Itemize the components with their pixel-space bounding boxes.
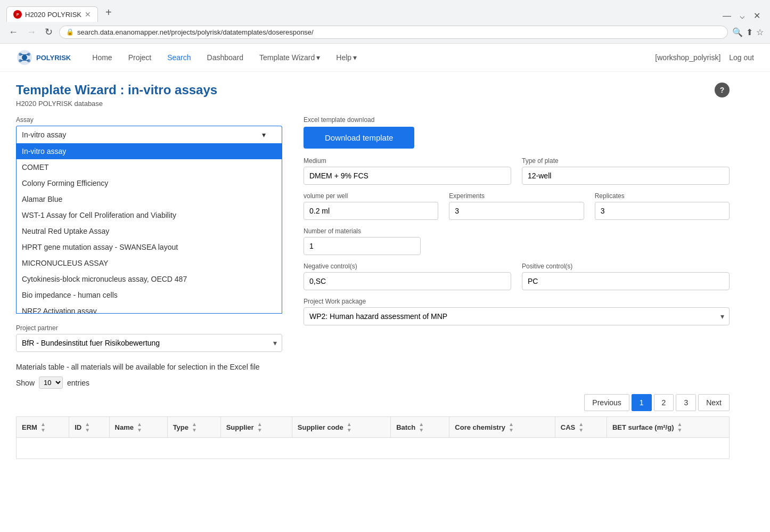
- experiments-input[interactable]: [449, 202, 584, 220]
- assay-option-2[interactable]: Colony Forming Efficiency: [17, 175, 282, 191]
- new-tab-button[interactable]: +: [100, 3, 117, 22]
- sort-supplier-icon: ▲▼: [257, 421, 263, 433]
- col-type[interactable]: Type ▲▼: [167, 417, 220, 438]
- page-2-button[interactable]: 2: [654, 394, 674, 411]
- show-label: Show: [16, 379, 35, 387]
- nav-dashboard[interactable]: Dashboard: [207, 53, 244, 62]
- project-work-package-label: Project Work package: [304, 298, 730, 305]
- download-template-button[interactable]: Download template: [304, 127, 414, 149]
- col-supplier[interactable]: Supplier ▲▼: [220, 417, 292, 438]
- volume-per-well-label: volume per well: [304, 192, 438, 200]
- nav-project[interactable]: Project: [128, 53, 152, 62]
- sort-erm-icon: ▲▼: [40, 421, 46, 433]
- nav-help[interactable]: Help ▾: [336, 53, 357, 62]
- materials-section: Materials table - all materials will be …: [16, 363, 730, 459]
- help-dropdown-icon: ▾: [353, 53, 357, 62]
- assay-label: Assay: [16, 116, 282, 124]
- negative-controls-input[interactable]: [304, 272, 511, 290]
- project-partner-select[interactable]: BfR - Bundesinstitut fuer Risikobewertun…: [16, 334, 282, 352]
- assay-dropdown-display[interactable]: In-vitro assay ▾: [16, 126, 282, 143]
- maximize-button[interactable]: ⌵: [736, 10, 748, 22]
- negative-controls-label: Negative control(s): [304, 263, 511, 270]
- nav-user[interactable]: [workshop_polyrisk]: [655, 53, 720, 62]
- sort-supplier-code-icon: ▲▼: [347, 421, 352, 433]
- site-navigation: POLYRISK Home Project Search Dashboard T…: [0, 44, 770, 72]
- positive-controls-label: Positive control(s): [522, 263, 730, 270]
- search-browser-button[interactable]: 🔍: [732, 27, 743, 37]
- next-button[interactable]: Next: [698, 394, 730, 411]
- forward-button[interactable]: →: [24, 24, 38, 40]
- number-of-materials-label: Number of materials: [304, 227, 421, 235]
- logo-text: POLYRISK: [36, 54, 71, 62]
- assay-option-3[interactable]: Alamar Blue: [17, 191, 282, 207]
- sort-name-icon: ▲▼: [137, 421, 142, 433]
- bookmark-button[interactable]: ☆: [756, 27, 764, 37]
- table-row: [17, 438, 730, 459]
- nav-search[interactable]: Search: [167, 53, 191, 62]
- assay-option-8[interactable]: Cytokinesis-block micronucleus assay, OE…: [17, 271, 282, 287]
- svg-line-8: [20, 54, 24, 55]
- medium-input[interactable]: [304, 167, 511, 185]
- svg-text:P: P: [17, 13, 19, 17]
- col-core-chemistry[interactable]: Core chemistry ▲▼: [449, 417, 555, 438]
- assay-option-7[interactable]: MICRONUCLEUS ASSAY: [17, 255, 282, 271]
- nav-home[interactable]: Home: [92, 53, 112, 62]
- assay-option-4[interactable]: WST-1 Assay for Cell Proliferation and V…: [17, 207, 282, 223]
- col-supplier-code[interactable]: Supplier code ▲▼: [292, 417, 390, 438]
- nav-template-wizard[interactable]: Template Wizard ▾: [259, 53, 320, 62]
- number-of-materials-input[interactable]: [304, 237, 421, 255]
- share-button[interactable]: ⬆: [746, 27, 753, 37]
- svg-line-9: [24, 54, 29, 55]
- help-circle-button[interactable]: ?: [715, 83, 730, 97]
- close-button[interactable]: ✕: [750, 10, 764, 22]
- entries-select[interactable]: 10 25 50: [39, 377, 63, 389]
- assay-option-6[interactable]: HPRT gene mutation assay - SWANSEA layou…: [17, 239, 282, 255]
- positive-controls-input[interactable]: [522, 272, 730, 290]
- project-partner-dropdown[interactable]: BfR - Bundesinstitut fuer Risikobewertun…: [16, 334, 282, 352]
- excel-template-label: Excel template download: [304, 116, 730, 124]
- svg-line-10: [20, 60, 24, 61]
- assay-option-1[interactable]: COMET: [17, 159, 282, 175]
- page-1-button[interactable]: 1: [632, 394, 652, 411]
- main-nav: Home Project Search Dashboard Template W…: [92, 53, 655, 62]
- assay-option-5[interactable]: Neutral Red Uptake Assay: [17, 223, 282, 239]
- previous-button[interactable]: Previous: [584, 394, 629, 411]
- replicates-input[interactable]: [595, 202, 730, 220]
- assay-dropdown-arrow: ▾: [262, 130, 266, 139]
- nav-user-area: [workshop_polyrisk] Log out: [655, 53, 754, 62]
- nav-logout[interactable]: Log out: [729, 53, 754, 62]
- page-title: Template Wizard : in-vitro assays: [16, 83, 217, 97]
- refresh-button[interactable]: ↻: [43, 24, 55, 40]
- page-title-row: Template Wizard : in-vitro assays ?: [16, 83, 730, 97]
- assay-dropdown[interactable]: In-vitro assay ▾ In-vitro assay COMET Co…: [16, 126, 282, 143]
- assay-option-9[interactable]: Bio impedance - human cells: [17, 287, 282, 303]
- col-bet-surface[interactable]: BET surface (m²/g) ▲▼: [607, 417, 729, 438]
- logo[interactable]: POLYRISK: [16, 49, 71, 66]
- sort-batch-icon: ▲▼: [419, 421, 424, 433]
- minimize-button[interactable]: —: [719, 10, 734, 22]
- assay-option-10[interactable]: NRF2 Activation assay: [17, 303, 282, 314]
- assay-selected-value: In-vitro assay: [22, 130, 66, 139]
- col-erm[interactable]: ERM ▲▼: [17, 417, 69, 438]
- col-batch[interactable]: Batch ▲▼: [391, 417, 449, 438]
- volume-per-well-input[interactable]: [304, 202, 438, 220]
- col-id[interactable]: ID ▲▼: [69, 417, 109, 438]
- address-bar[interactable]: 🔒 search.data.enanomapper.net/projects/p…: [59, 26, 728, 39]
- materials-table: ERM ▲▼ ID ▲▼ Name ▲▼ Type ▲▼ Supplier ▲▼: [16, 416, 730, 459]
- type-of-plate-input[interactable]: [522, 167, 730, 185]
- project-work-package-select[interactable]: WP2: Human hazard assessment of MNP: [304, 307, 730, 325]
- assay-option-0[interactable]: In-vitro assay: [17, 143, 282, 159]
- type-of-plate-label: Type of plate: [522, 157, 730, 165]
- project-work-package-dropdown[interactable]: WP2: Human hazard assessment of MNP ▾: [304, 307, 730, 325]
- tab-close-button[interactable]: ✕: [85, 10, 91, 19]
- back-button[interactable]: ←: [6, 24, 20, 40]
- medium-label: Medium: [304, 157, 511, 165]
- browser-tab[interactable]: P H2020 POLYRISK ✕: [6, 6, 98, 22]
- pagination: Previous 1 2 3 Next: [16, 394, 730, 411]
- col-cas[interactable]: CAS ▲▼: [555, 417, 607, 438]
- page-3-button[interactable]: 3: [676, 394, 696, 411]
- col-name[interactable]: Name ▲▼: [109, 417, 167, 438]
- dropdown-arrow-icon: ▾: [316, 53, 320, 62]
- project-partner-label: Project partner: [16, 324, 282, 332]
- svg-point-3: [22, 55, 27, 60]
